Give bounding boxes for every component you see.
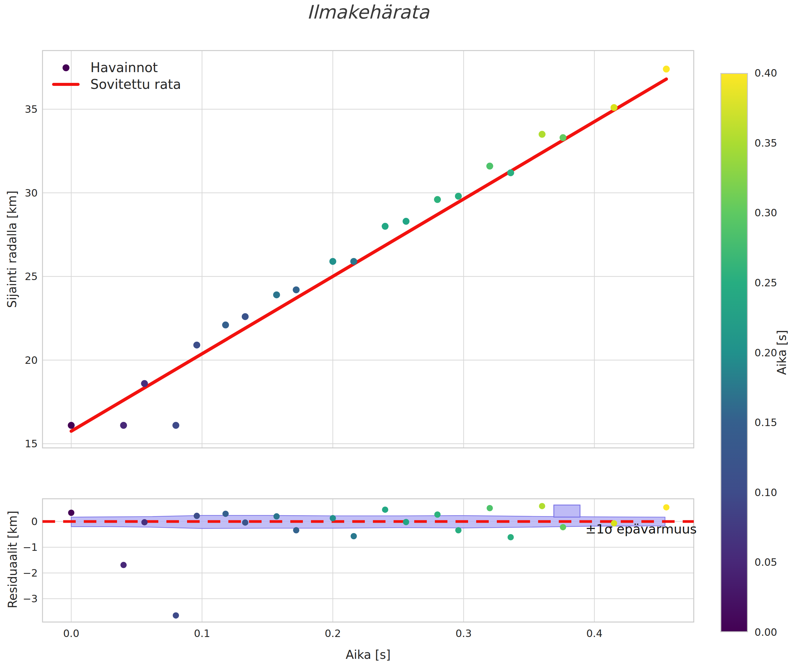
data-point: [434, 196, 441, 203]
residual-point: [141, 519, 147, 525]
data-point: [486, 163, 493, 170]
residual-point: [455, 527, 462, 533]
residual-point: [403, 519, 409, 525]
data-point: [293, 286, 300, 293]
data-point: [273, 291, 280, 298]
legend-label: Havainnot: [90, 61, 158, 74]
data-point: [539, 131, 546, 138]
data-point: [120, 422, 127, 429]
residual-point: [120, 562, 127, 568]
colorbar-tick-label: 0.30: [755, 208, 777, 218]
x-axis-label: Aika [s]: [43, 649, 694, 661]
residual-point: [539, 503, 545, 509]
line-marker-icon: [52, 83, 80, 86]
residual-point: [351, 533, 357, 539]
residual-point: [173, 612, 179, 618]
x-tick-label: 0.2: [325, 628, 341, 638]
residual-point: [222, 511, 229, 517]
legend-swatch: [51, 64, 80, 71]
legend-item-observations: Havainnot: [51, 59, 181, 76]
colorbar: [720, 73, 748, 632]
residual-point: [434, 511, 441, 518]
fitted-line: [71, 79, 666, 431]
colorbar-tick-label: 0.05: [755, 557, 777, 567]
data-point: [68, 422, 75, 429]
main-y-tick-label: 35: [1, 104, 38, 114]
colorbar-tick-label: 0.00: [755, 627, 777, 637]
data-point: [350, 258, 357, 265]
x-tick-label: 0.1: [194, 628, 210, 638]
legend-item-fit-line: Sovitettu rata: [51, 76, 181, 93]
x-tick-label: 0.0: [63, 628, 79, 638]
residual-point: [560, 524, 566, 530]
uncertainty-legend-patch: [554, 505, 580, 517]
residual-y-tick-label: 0: [1, 517, 38, 526]
residual-point: [68, 510, 75, 516]
residual-point: [242, 519, 248, 526]
colorbar-tick-label: 0.35: [755, 138, 777, 148]
residual-y-tick-label: −3: [1, 594, 38, 604]
data-point: [242, 313, 249, 320]
data-point: [560, 134, 566, 141]
axes-spine: [43, 51, 694, 448]
data-point: [172, 422, 179, 429]
residual-point: [382, 507, 388, 513]
main-y-tick-label: 15: [1, 438, 38, 449]
scatter-marker-icon: [63, 64, 69, 71]
data-point: [611, 104, 617, 111]
x-tick-label: 0.4: [586, 628, 603, 638]
residual-point: [293, 527, 299, 533]
colorbar-tick-label: 0.20: [755, 348, 777, 358]
colorbar-tick-label: 0.15: [755, 418, 777, 427]
data-point: [402, 218, 409, 225]
data-point: [507, 170, 514, 176]
chart-title: Ilmakehärata: [43, 1, 694, 23]
data-point: [330, 258, 337, 265]
colorbar-tick-label: 0.40: [755, 68, 777, 78]
data-point: [382, 223, 388, 230]
residual-y-tick-label: −1: [1, 542, 38, 552]
residual-point: [663, 504, 670, 510]
uncertainty-band-label: ±1σ epävarmuus: [585, 523, 697, 536]
data-point: [193, 342, 200, 349]
data-point: [141, 380, 148, 387]
residual-point: [330, 515, 336, 521]
residual-point: [508, 534, 514, 540]
figure: Ilmakehärata Sijainti radalla [km] Resid…: [0, 0, 800, 672]
main-y-tick-label: 30: [1, 188, 38, 198]
colorbar-axis-label: Aika [s]: [776, 330, 788, 375]
legend: Havainnot Sovitettu rata: [51, 59, 181, 93]
x-tick-label: 0.3: [455, 628, 472, 638]
data-point: [663, 66, 670, 72]
residual-y-tick-label: −2: [1, 568, 38, 578]
colorbar-tick-label: 0.25: [755, 278, 777, 288]
colorbar-tick-label: 0.10: [755, 487, 777, 498]
main-y-axis-label: Sijainti radalla [km]: [6, 190, 18, 308]
residual-point: [487, 505, 493, 511]
main-y-tick-label: 25: [1, 271, 38, 282]
plot-canvas: [0, 0, 800, 672]
main-y-tick-label: 20: [1, 355, 38, 365]
legend-label: Sovitettu rata: [90, 78, 181, 91]
residual-point: [274, 513, 280, 519]
legend-swatch: [51, 83, 80, 86]
data-point: [455, 193, 462, 200]
data-point: [222, 322, 229, 328]
residual-point: [194, 513, 200, 519]
